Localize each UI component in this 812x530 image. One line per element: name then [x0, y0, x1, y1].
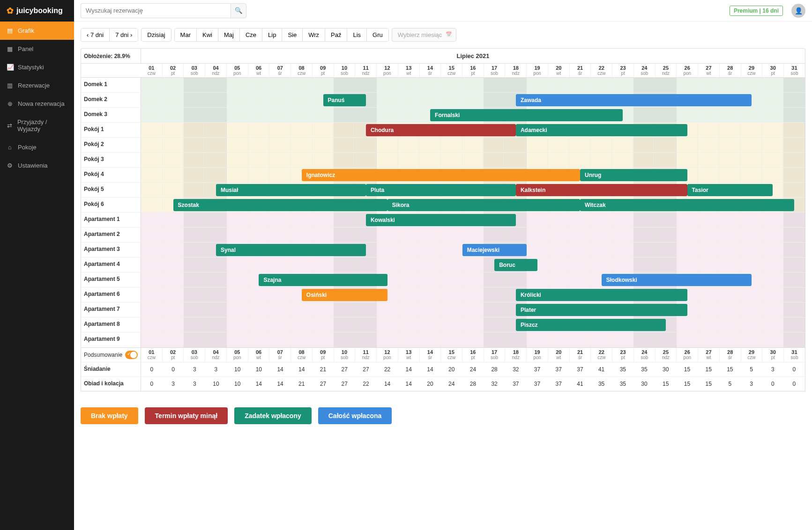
calendar-cell[interactable] — [313, 213, 334, 227]
calendar-cell[interactable] — [313, 302, 334, 317]
calendar-cell[interactable] — [783, 243, 805, 257]
calendar-cell[interactable] — [698, 332, 719, 347]
calendar-cell[interactable] — [163, 183, 184, 197]
calendar-cell[interactable] — [783, 287, 805, 302]
calendar-cell[interactable] — [377, 258, 398, 272]
calendar-cell[interactable] — [783, 78, 805, 92]
calendar-cell[interactable] — [398, 228, 419, 242]
calendar-cell[interactable] — [313, 332, 334, 347]
calendar-cell[interactable] — [248, 108, 270, 122]
calendar-cell[interactable] — [269, 317, 291, 332]
calendar-cell[interactable] — [741, 258, 762, 272]
calendar-cell[interactable] — [291, 332, 313, 347]
calendar-cell[interactable] — [612, 213, 633, 227]
calendar-cell[interactable] — [698, 243, 719, 257]
calendar-cell[interactable] — [698, 287, 719, 302]
calendar-cell[interactable] — [163, 287, 184, 302]
calendar-cell[interactable] — [163, 332, 184, 347]
calendar-cell[interactable] — [163, 123, 184, 137]
calendar-cell[interactable] — [698, 78, 719, 92]
calendar-cell[interactable] — [762, 317, 783, 332]
booking-bar[interactable]: Witczak — [580, 199, 794, 211]
calendar-cell[interactable] — [548, 228, 569, 242]
calendar-cell[interactable] — [291, 78, 313, 92]
calendar-cell[interactable] — [719, 302, 741, 317]
calendar-cell[interactable] — [612, 258, 633, 272]
calendar-cell[interactable] — [248, 302, 270, 317]
calendar-cell[interactable] — [441, 317, 462, 332]
calendar-cell[interactable] — [462, 258, 484, 272]
calendar-cell[interactable] — [377, 138, 398, 152]
calendar-cell[interactable] — [612, 153, 633, 167]
calendar-cell[interactable] — [313, 123, 334, 137]
calendar-cell[interactable] — [677, 153, 698, 167]
calendar-cell[interactable] — [462, 228, 484, 242]
calendar-cell[interactable] — [677, 317, 698, 332]
calendar-cell[interactable] — [441, 272, 462, 287]
calendar-cell[interactable] — [291, 108, 313, 122]
calendar-cell[interactable] — [677, 243, 698, 257]
calendar-cell[interactable] — [719, 123, 741, 137]
calendar-cell[interactable] — [527, 78, 548, 92]
calendar-cell[interactable] — [569, 243, 591, 257]
search-button[interactable]: 🔍 — [231, 3, 246, 18]
calendar-cell[interactable] — [419, 332, 441, 347]
calendar-cell[interactable] — [655, 153, 677, 167]
calendar-cell[interactable] — [719, 332, 741, 347]
calendar-cell[interactable] — [462, 317, 484, 332]
calendar-cell[interactable] — [655, 138, 677, 152]
booking-bar[interactable]: Panuś — [323, 94, 366, 106]
calendar-cell[interactable] — [184, 213, 205, 227]
calendar-cell[interactable] — [762, 228, 783, 242]
calendar-cell[interactable] — [141, 317, 163, 332]
booking-bar[interactable]: Pluta — [366, 184, 516, 196]
booking-bar[interactable]: Królicki — [516, 289, 687, 301]
calendar-cell[interactable] — [633, 228, 655, 242]
calendar-cell[interactable] — [313, 228, 334, 242]
calendar-cell[interactable] — [227, 123, 248, 137]
calendar-cell[interactable] — [227, 287, 248, 302]
calendar-cell[interactable] — [548, 138, 569, 152]
calendar-cell[interactable] — [484, 138, 505, 152]
calendar-cell[interactable] — [762, 272, 783, 287]
calendar-cell[interactable] — [484, 302, 505, 317]
calendar-cell[interactable] — [527, 153, 548, 167]
calendar-cell[interactable] — [655, 213, 677, 227]
calendar-cell[interactable] — [355, 228, 377, 242]
calendar-cell[interactable] — [398, 243, 419, 257]
calendar-cell[interactable] — [227, 317, 248, 332]
calendar-cell[interactable] — [227, 213, 248, 227]
calendar-cell[interactable] — [569, 332, 591, 347]
calendar-cell[interactable] — [741, 168, 762, 182]
calendar-cell[interactable] — [548, 213, 569, 227]
calendar-cell[interactable] — [762, 213, 783, 227]
calendar-cell[interactable] — [248, 213, 270, 227]
calendar-cell[interactable] — [612, 78, 633, 92]
calendar-cell[interactable] — [163, 302, 184, 317]
booking-bar[interactable]: Sikora — [387, 199, 580, 211]
calendar-cell[interactable] — [313, 78, 334, 92]
calendar-cell[interactable] — [462, 78, 484, 92]
calendar-cell[interactable] — [184, 332, 205, 347]
calendar-cell[interactable] — [163, 243, 184, 257]
nav-item-grafik[interactable]: ▤Grafik — [0, 22, 74, 40]
calendar-cell[interactable] — [334, 153, 355, 167]
calendar-cell[interactable] — [783, 213, 805, 227]
calendar-cell[interactable] — [184, 243, 205, 257]
month-btn-maj[interactable]: Maj — [218, 29, 239, 41]
booking-bar[interactable]: Unrug — [580, 169, 687, 181]
calendar-cell[interactable] — [398, 287, 419, 302]
calendar-cell[interactable] — [398, 258, 419, 272]
calendar-cell[interactable] — [677, 258, 698, 272]
calendar-cell[interactable] — [527, 228, 548, 242]
calendar-cell[interactable] — [205, 93, 227, 107]
calendar-cell[interactable] — [698, 138, 719, 152]
calendar-cell[interactable] — [677, 228, 698, 242]
calendar-cell[interactable] — [141, 153, 163, 167]
calendar-cell[interactable] — [269, 138, 291, 152]
calendar-cell[interactable] — [591, 228, 612, 242]
calendar-cell[interactable] — [762, 138, 783, 152]
calendar-cell[interactable] — [377, 93, 398, 107]
calendar-cell[interactable] — [269, 332, 291, 347]
calendar-cell[interactable] — [698, 108, 719, 122]
